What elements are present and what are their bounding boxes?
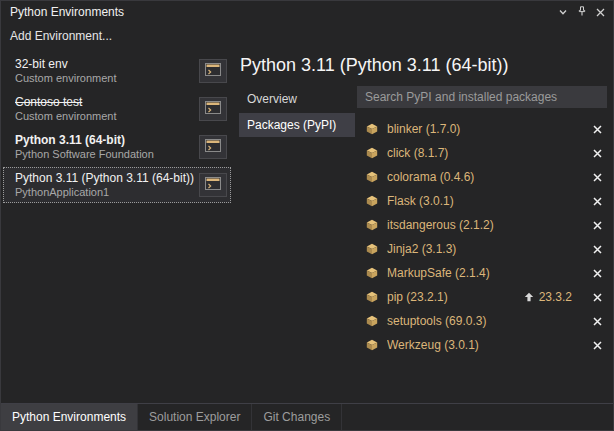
add-environment-link[interactable]: Add Environment... xyxy=(1,23,120,48)
bottom-tab-strip: Python Environments Solution Explorer Gi… xyxy=(1,403,613,430)
window-title: Python Environments xyxy=(10,5,552,19)
package-row[interactable]: itsdangerous (2.1.2) xyxy=(366,213,609,237)
environment-list: 32-bit env Custom environment Contoso te… xyxy=(1,48,233,403)
package-name[interactable]: blinker (1.7.0) xyxy=(387,122,588,136)
uninstall-package-button[interactable] xyxy=(588,192,606,210)
package-name[interactable]: MarkupSafe (2.1.4) xyxy=(387,266,588,280)
open-interactive-window-button[interactable] xyxy=(199,59,227,83)
env-item-python-311-project[interactable]: Python 3.11 (Python 3.11 (64-bit)) Pytho… xyxy=(3,167,231,203)
env-name: Python 3.11 (Python 3.11 (64-bit)) xyxy=(15,171,195,186)
env-description: Python Software Foundation xyxy=(15,148,195,161)
close-icon xyxy=(596,3,605,21)
interactive-window-icon xyxy=(205,62,221,80)
open-interactive-window-button[interactable] xyxy=(199,97,227,121)
env-description: Custom environment xyxy=(15,110,195,123)
uninstall-package-button[interactable] xyxy=(588,312,606,330)
search-input[interactable] xyxy=(357,86,607,108)
env-text: Python 3.11 (Python 3.11 (64-bit)) Pytho… xyxy=(15,171,195,199)
env-name: Python 3.11 (64-bit) xyxy=(15,133,195,148)
package-list: blinker (1.7.0) click (8.1.7) colorama (… xyxy=(355,117,609,403)
chevron-down-icon xyxy=(558,3,568,21)
open-interactive-window-button[interactable] xyxy=(199,173,227,197)
uninstall-package-button[interactable] xyxy=(588,216,606,234)
env-item-contoso-test[interactable]: Contoso test Custom environment xyxy=(3,91,231,127)
env-text: 32-bit env Custom environment xyxy=(15,57,195,85)
package-name[interactable]: Jinja2 (3.1.3) xyxy=(387,242,588,256)
env-item-python-311-64-bit[interactable]: Python 3.11 (64-bit) Python Software Fou… xyxy=(3,129,231,165)
main-content: 32-bit env Custom environment Contoso te… xyxy=(1,48,613,403)
package-row[interactable]: MarkupSafe (2.1.4) xyxy=(366,261,609,285)
env-description: PythonApplication1 xyxy=(15,186,195,199)
update-package-button[interactable]: 23.3.2 xyxy=(524,288,572,306)
package-row[interactable]: click (8.1.7) xyxy=(366,141,609,165)
environment-title: Python 3.11 (Python 3.11 (64-bit)) xyxy=(239,48,609,86)
uninstall-package-button[interactable] xyxy=(588,168,606,186)
uninstall-package-button[interactable] xyxy=(588,120,606,138)
tab-python-environments[interactable]: Python Environments xyxy=(1,404,138,430)
window-position-button[interactable] xyxy=(554,4,571,21)
open-interactive-window-button[interactable] xyxy=(199,135,227,159)
package-name[interactable]: colorama (0.4.6) xyxy=(387,170,588,184)
tab-git-changes[interactable]: Git Changes xyxy=(252,404,342,430)
uninstall-package-button[interactable] xyxy=(588,336,606,354)
uninstall-package-button[interactable] xyxy=(588,264,606,282)
package-icon xyxy=(366,243,380,255)
python-environments-window: Python Environments Add Environment... 3… xyxy=(0,0,614,431)
titlebar[interactable]: Python Environments xyxy=(1,1,613,23)
close-button[interactable] xyxy=(592,4,609,21)
uninstall-package-button[interactable] xyxy=(588,240,606,258)
package-row[interactable]: Flask (3.0.1) xyxy=(366,189,609,213)
package-icon xyxy=(366,171,380,183)
package-name[interactable]: click (8.1.7) xyxy=(387,146,588,160)
package-icon xyxy=(366,339,380,351)
uninstall-package-button[interactable] xyxy=(588,288,606,306)
package-icon xyxy=(366,147,380,159)
package-row[interactable]: Jinja2 (3.1.3) xyxy=(366,237,609,261)
package-row[interactable]: Werkzeug (3.0.1) xyxy=(366,333,609,357)
package-row[interactable]: blinker (1.7.0) xyxy=(366,117,609,141)
update-version: 23.3.2 xyxy=(539,290,572,304)
tab-packages-pypi[interactable]: Packages (PyPI) xyxy=(239,113,355,137)
env-name: Contoso test xyxy=(15,95,195,110)
package-icon xyxy=(366,291,380,303)
package-icon xyxy=(366,315,380,327)
package-name[interactable]: Flask (3.0.1) xyxy=(387,194,588,208)
package-name[interactable]: setuptools (69.0.3) xyxy=(387,314,588,328)
package-icon xyxy=(366,219,380,231)
pin-icon xyxy=(577,3,587,21)
interactive-window-icon xyxy=(205,100,221,118)
packages-panel: blinker (1.7.0) click (8.1.7) colorama (… xyxy=(355,86,609,403)
interactive-window-icon xyxy=(205,138,221,156)
package-row-pip[interactable]: pip (23.2.1) 23.3.2 xyxy=(366,285,609,309)
tab-overview[interactable]: Overview xyxy=(239,87,355,111)
env-text: Python 3.11 (64-bit) Python Software Fou… xyxy=(15,133,195,161)
package-row[interactable]: setuptools (69.0.3) xyxy=(366,309,609,333)
env-item-32-bit-env[interactable]: 32-bit env Custom environment xyxy=(3,53,231,89)
env-text: Contoso test Custom environment xyxy=(15,95,195,123)
environment-detail-pane: Python 3.11 (Python 3.11 (64-bit)) Overv… xyxy=(233,48,613,403)
env-description: Custom environment xyxy=(15,72,195,85)
detail-body: Overview Packages (PyPI) blinker (1.7.0) xyxy=(239,86,609,403)
package-name[interactable]: itsdangerous (2.1.2) xyxy=(387,218,588,232)
uninstall-package-button[interactable] xyxy=(588,144,606,162)
package-icon xyxy=(366,195,380,207)
auto-hide-pin-button[interactable] xyxy=(573,4,590,21)
env-name: 32-bit env xyxy=(15,57,195,72)
package-name[interactable]: Werkzeug (3.0.1) xyxy=(387,338,588,352)
arrow-up-icon xyxy=(524,288,534,306)
detail-tabs: Overview Packages (PyPI) xyxy=(239,86,355,403)
package-icon xyxy=(366,267,380,279)
package-icon xyxy=(366,123,380,135)
tab-solution-explorer[interactable]: Solution Explorer xyxy=(138,404,252,430)
package-row[interactable]: colorama (0.4.6) xyxy=(366,165,609,189)
interactive-window-icon xyxy=(205,176,221,194)
package-name[interactable]: pip (23.2.1) xyxy=(387,290,524,304)
